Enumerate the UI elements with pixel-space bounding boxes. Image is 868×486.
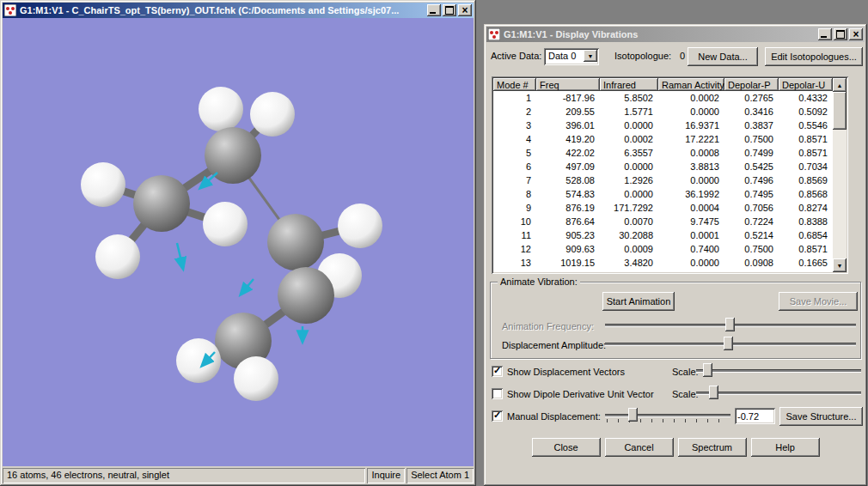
maximize-icon	[836, 30, 845, 39]
hydrogen-atom[interactable]	[199, 87, 243, 131]
column-header[interactable]: Infrared	[600, 78, 658, 91]
hydrogen-atom[interactable]	[250, 92, 295, 137]
slider-track[interactable]	[696, 392, 861, 395]
table-cell: 17.2221	[658, 132, 724, 146]
vibration-mode-row[interactable]: 7528.081.29260.00000.74960.8569	[493, 173, 833, 187]
vibration-table-container: Mode #FreqInfraredRaman ActivityDepolar-…	[492, 76, 848, 274]
dialog-maximize-button[interactable]	[834, 28, 847, 40]
vibration-mode-row[interactable]: 4419.200.000217.22210.75000.8571	[493, 132, 833, 146]
active-data-combobox[interactable]: Data 0	[544, 48, 599, 65]
table-cell: 0.7499	[724, 146, 779, 160]
new-data-button[interactable]: New Data...	[688, 47, 758, 66]
chevron-down-icon[interactable]	[584, 50, 597, 62]
manual-displacement-slider[interactable]	[605, 407, 730, 422]
hydrogen-atom[interactable]	[338, 204, 382, 248]
close-window-button[interactable]	[458, 4, 472, 16]
dialog-close-button[interactable]	[849, 28, 863, 40]
table-cell: 1.5771	[600, 105, 658, 118]
table-scrollbar[interactable]: ▲ ▼	[833, 78, 847, 272]
carbon-atom[interactable]	[267, 214, 324, 270]
scrollbar-thumb[interactable]	[833, 92, 847, 130]
carbon-atom[interactable]	[278, 267, 334, 324]
table-cell: 0.5546	[779, 118, 833, 132]
vibration-mode-row[interactable]: 2209.551.57710.00000.34160.5092	[493, 105, 833, 118]
cancel-button[interactable]: Cancel	[605, 438, 674, 457]
show-displacement-vectors-checkbox[interactable]	[492, 366, 503, 377]
column-header[interactable]: Depolar-U	[779, 78, 833, 91]
scroll-up-icon[interactable]: ▲	[833, 78, 847, 92]
vibration-mode-row[interactable]: 10876.640.00709.74750.72240.8388	[493, 215, 833, 228]
table-cell: 209.55	[536, 105, 600, 118]
start-animation-button[interactable]: Start Animation	[602, 292, 675, 311]
molecule-viewport[interactable]	[3, 18, 474, 466]
table-cell: 0.8569	[779, 173, 833, 187]
vibration-mode-row[interactable]: 6497.090.00003.88130.54250.7034	[493, 160, 833, 173]
edit-isotopologues-button[interactable]: Edit Isotopologues...	[765, 47, 863, 66]
column-header[interactable]: Freq	[536, 78, 600, 91]
table-cell: 11	[493, 228, 536, 242]
animation-frequency-slider[interactable]	[605, 317, 856, 332]
animate-vibration-group: Animate Vibration: Start Animation Save …	[490, 282, 861, 359]
hydrogen-atom[interactable]	[203, 202, 248, 246]
slider-thumb[interactable]	[709, 386, 718, 399]
save-structure-button[interactable]: Save Structure...	[779, 407, 863, 426]
slider-track[interactable]	[696, 369, 861, 373]
isotopologue-label: Isotopologue:	[614, 51, 671, 61]
table-cell: 16.9371	[658, 118, 724, 132]
displacement-vectors-scale-slider[interactable]	[696, 362, 861, 378]
display-vibrations-dialog: G1:M1:V1 - Display Vibrations Active Dat…	[484, 24, 867, 486]
dialog-minimize-button[interactable]	[818, 28, 832, 40]
show-dipole-derivative-label: Show Dipole Derivative Unit Vector	[507, 389, 654, 399]
table-cell: 3.4820	[600, 256, 658, 270]
column-header[interactable]: Depolar-P	[724, 78, 779, 91]
vibration-mode-row[interactable]: 8574.830.000036.19920.74950.8568	[493, 187, 833, 201]
displacement-amplitude-slider[interactable]	[605, 336, 856, 351]
vibration-mode-row[interactable]: 5422.026.35570.00080.74990.8571	[493, 146, 833, 160]
vibration-mode-row[interactable]: 9876.19171.72920.00040.70560.8274	[493, 201, 833, 215]
slider-thumb[interactable]	[628, 408, 638, 422]
vibration-mode-row[interactable]: 3396.010.000016.93710.38370.5546	[493, 118, 833, 132]
help-button[interactable]: Help	[751, 438, 820, 457]
table-cell: 0.1665	[779, 256, 833, 270]
hydrogen-atom[interactable]	[176, 338, 221, 383]
carbon-atom[interactable]	[133, 175, 190, 232]
viewer-titlebar[interactable]: G1:M1:V1 - C_ChairTS_opt_TS(berny)_OUT.f…	[3, 3, 474, 18]
dialog-title: G1:M1:V1 - Display Vibrations	[504, 29, 815, 39]
isotopologue-value: 0	[680, 51, 685, 61]
table-cell: 5	[493, 146, 536, 160]
vibration-mode-row[interactable]: 11905.2330.20880.00010.52140.6854	[493, 228, 833, 242]
table-cell: 0.7056	[724, 201, 779, 215]
dialog-titlebar[interactable]: G1:M1:V1 - Display Vibrations	[486, 27, 865, 42]
gaussview-app-icon	[4, 4, 16, 16]
vibration-mode-row[interactable]: 12909.630.00090.74000.75000.8571	[493, 242, 833, 256]
maximize-button[interactable]	[443, 4, 456, 16]
save-movie-button[interactable]: Save Movie...	[779, 292, 858, 311]
displacement-amplitude-label: Displacement Amplitude:	[502, 340, 606, 350]
show-dipole-derivative-checkbox[interactable]	[492, 388, 503, 399]
scroll-down-icon[interactable]: ▼	[833, 258, 847, 272]
minimize-button[interactable]	[427, 4, 441, 16]
hydrogen-atom[interactable]	[234, 356, 278, 401]
dipole-derivative-scale-slider[interactable]	[696, 385, 861, 400]
vibration-mode-row[interactable]: 131019.153.48200.00000.09080.1665	[493, 256, 833, 270]
table-cell: 171.7292	[600, 201, 658, 215]
hydrogen-atom[interactable]	[95, 234, 140, 279]
slider-thumb[interactable]	[725, 318, 735, 331]
spectrum-button[interactable]: Spectrum	[678, 438, 747, 457]
column-header[interactable]: Raman Activity	[658, 78, 724, 91]
vibration-table: Mode #FreqInfraredRaman ActivityDepolar-…	[493, 78, 833, 270]
table-cell: 528.08	[536, 173, 600, 187]
slider-track[interactable]	[605, 414, 730, 417]
close-icon	[853, 29, 859, 39]
column-header[interactable]: Mode #	[493, 78, 536, 91]
hydrogen-atom[interactable]	[81, 162, 125, 207]
manual-displacement-checkbox[interactable]	[492, 410, 503, 422]
table-cell: 5.8502	[600, 91, 658, 105]
slider-thumb[interactable]	[724, 337, 733, 350]
vibration-mode-row[interactable]: 1-817.965.85020.00020.27650.4332	[493, 91, 833, 105]
table-cell: 0.0000	[658, 256, 724, 270]
close-button[interactable]: Close	[532, 438, 601, 457]
slider-ticks	[607, 419, 729, 422]
manual-displacement-value-input[interactable]	[735, 408, 775, 424]
slider-thumb[interactable]	[703, 363, 712, 377]
